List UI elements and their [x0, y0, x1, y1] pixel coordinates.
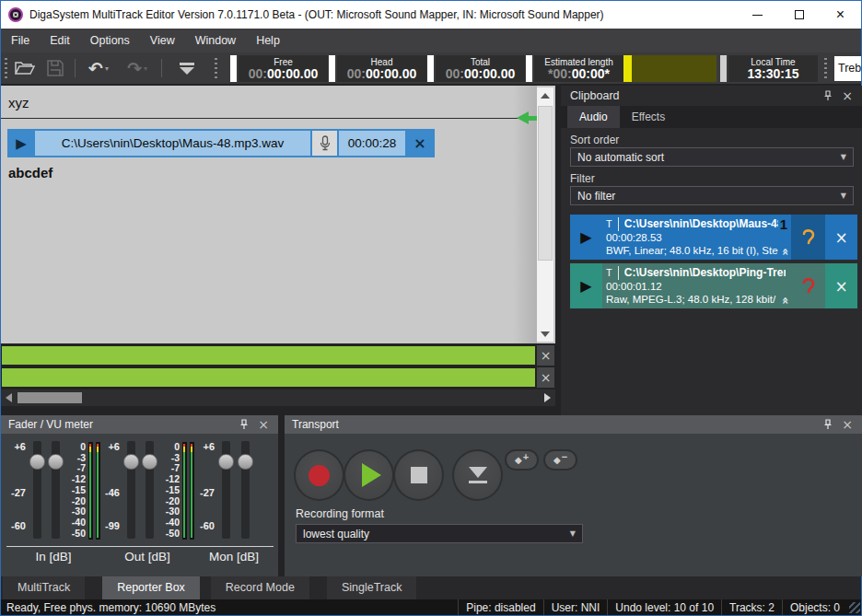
add-marker-button[interactable]: ◆+ [505, 449, 539, 471]
out-fader-left[interactable] [122, 441, 140, 540]
tab-reporter-box[interactable]: Reporter Box [102, 576, 200, 599]
item-close-button[interactable]: × [825, 215, 857, 260]
chevron-down-icon: ▼ [570, 529, 576, 538]
vertical-scrollbar[interactable] [537, 87, 553, 342]
stop-button[interactable] [393, 449, 444, 501]
menu-options[interactable]: Options [80, 29, 140, 52]
maximize-icon [795, 10, 804, 19]
mon-fader-right[interactable] [236, 441, 255, 540]
scroll-up-button[interactable] [537, 87, 553, 103]
scroll-down-button[interactable] [537, 326, 553, 342]
minimize-button[interactable] [737, 1, 778, 29]
menu-view[interactable]: View [140, 29, 185, 52]
menu-help[interactable]: Help [246, 29, 290, 52]
pin-icon[interactable] [823, 419, 833, 430]
collapse-chevron-icon[interactable]: « [778, 296, 791, 304]
transport-panel-header: Transport × [285, 415, 862, 434]
tab-audio[interactable]: Audio [567, 106, 620, 128]
fader-thumb[interactable] [218, 454, 234, 470]
out-fader-right[interactable] [140, 441, 158, 540]
open-file-button[interactable] [13, 56, 37, 80]
fader-vu-panel: Fader / VU meter × +6 -27 -60 0-3 [1, 415, 278, 576]
tab-effects[interactable]: Effects [620, 106, 677, 128]
audio-clip-bar[interactable]: ▶ C:\Users\nin\Desktop\Maus-48.mp3.wav 0… [7, 129, 435, 157]
filter-select[interactable]: No filter ▼ [570, 186, 854, 205]
drop-marker-button[interactable] [172, 56, 202, 80]
fader-group-out: +6 -46 -99 0-3 -7-12 -15-20 -30-40 -50 [100, 441, 194, 564]
vertical-scroll-thumb[interactable] [538, 106, 553, 261]
skip-to-end-button[interactable] [452, 449, 503, 501]
clip-file-path[interactable]: C:\Users\nin\Desktop\Maus-48.mp3.wav [35, 131, 310, 156]
item-play-button[interactable]: ▶ [570, 263, 602, 308]
fader-thumb[interactable] [238, 454, 253, 470]
pin-icon[interactable] [239, 419, 249, 430]
fader-thumb[interactable] [142, 454, 157, 470]
resize-grip[interactable] [849, 602, 860, 613]
recording-format-select[interactable]: lowest quality ▼ [296, 524, 583, 543]
clip-record-button[interactable] [312, 131, 337, 156]
item-play-button[interactable]: ▶ [570, 215, 602, 260]
arrow-up-icon [541, 93, 550, 99]
fader-thumb[interactable] [29, 454, 45, 470]
close-button[interactable]: × [820, 1, 861, 29]
save-button[interactable] [43, 56, 67, 80]
save-icon [47, 60, 64, 76]
envelope-strip-1[interactable] [1, 345, 536, 366]
fader-thumb[interactable] [48, 454, 64, 470]
fader-thumb[interactable] [123, 454, 139, 470]
horizontal-scroll-thumb[interactable] [17, 392, 82, 403]
item-format: BWF, Linear; 48.0 kHz, 16 bit (I), Ste [606, 244, 787, 257]
clipboard-item-1[interactable]: ▶ T C:\Users\nin\Desktop\Maus-48.m 1 00:… [570, 215, 857, 260]
tab-singletrack[interactable]: SingleTrack [327, 576, 417, 599]
mon-fader-left[interactable] [216, 441, 236, 540]
toolbar: ↶ ▾ ↷ ▾ Free 00:00:00.00 Head 00:00:00.0… [1, 52, 861, 84]
skip-to-end-icon [469, 467, 487, 483]
collapse-chevron-icon[interactable]: « [778, 248, 791, 255]
pin-icon[interactable] [823, 90, 833, 101]
maximize-button[interactable] [778, 1, 820, 29]
record-button[interactable] [294, 449, 344, 501]
status-objects: Objects: 0 [782, 599, 847, 615]
diamond-plus-icon: ◆ [515, 455, 522, 465]
clipboard-panel: Clipboard × Audio Effects Sort order No … [561, 86, 862, 415]
item-monitor-button[interactable] [791, 215, 825, 260]
in-fader-left[interactable] [28, 441, 46, 540]
clip-play-button[interactable]: ▶ [9, 131, 33, 156]
undo-icon: ↶ [88, 58, 103, 78]
undo-button[interactable]: ↶ ▾ [82, 56, 115, 80]
multitrack-canvas[interactable]: xyz ▶ C:\Users\nin\Desktop\Maus-48.mp3.w… [1, 86, 555, 343]
font-selector[interactable]: Trebu [834, 56, 861, 81]
toolbar-grip-2[interactable] [215, 58, 217, 78]
redo-button[interactable]: ↷ ▾ [121, 56, 154, 80]
menu-window[interactable]: Window [185, 29, 246, 52]
toolbar-grip-3[interactable] [824, 58, 827, 78]
transport-panel-close-icon[interactable]: × [842, 418, 853, 431]
status-tracks: Tracks: 2 [721, 599, 782, 615]
clip-close-button[interactable]: × [407, 131, 433, 156]
scroll-right-button[interactable] [544, 393, 551, 402]
tab-multitrack[interactable]: MultiTrack [3, 576, 85, 599]
item-monitor-button[interactable] [791, 263, 825, 308]
minimize-icon [752, 15, 763, 16]
fader-group-in: +6 -27 -60 0-3 -7-12 -15-20 -30-40 -50 [6, 441, 100, 564]
track-label: xyz [8, 95, 29, 110]
clip-duration: 00:00:28 [339, 131, 405, 156]
menu-edit[interactable]: Edit [40, 29, 80, 52]
clipboard-close-icon[interactable]: × [842, 89, 853, 102]
status-bar: Ready, Free phys. memory: 10690 MBytes P… [1, 599, 861, 615]
fader-panel-close-icon[interactable]: × [258, 418, 269, 431]
item-close-button[interactable]: × [825, 263, 857, 308]
tab-record-mode[interactable]: Record Mode [211, 576, 309, 599]
in-fader-right[interactable] [46, 441, 64, 540]
sort-order-select[interactable]: No automatic sort ▼ [570, 147, 854, 167]
strip-2-close-button[interactable]: × [537, 367, 554, 388]
toolbar-grip[interactable] [5, 58, 7, 78]
strip-1-close-button[interactable]: × [537, 345, 554, 366]
menu-file[interactable]: File [1, 29, 40, 52]
remove-marker-button[interactable]: ◆− [543, 449, 577, 471]
play-button[interactable] [344, 449, 394, 501]
horizontal-scrollbar[interactable] [1, 389, 555, 406]
envelope-strip-2[interactable] [1, 367, 536, 388]
clipboard-item-2[interactable]: ▶ T C:\Users\nin\Desktop\Ping-Trenner.M … [570, 263, 857, 308]
scroll-left-button[interactable] [6, 393, 12, 402]
